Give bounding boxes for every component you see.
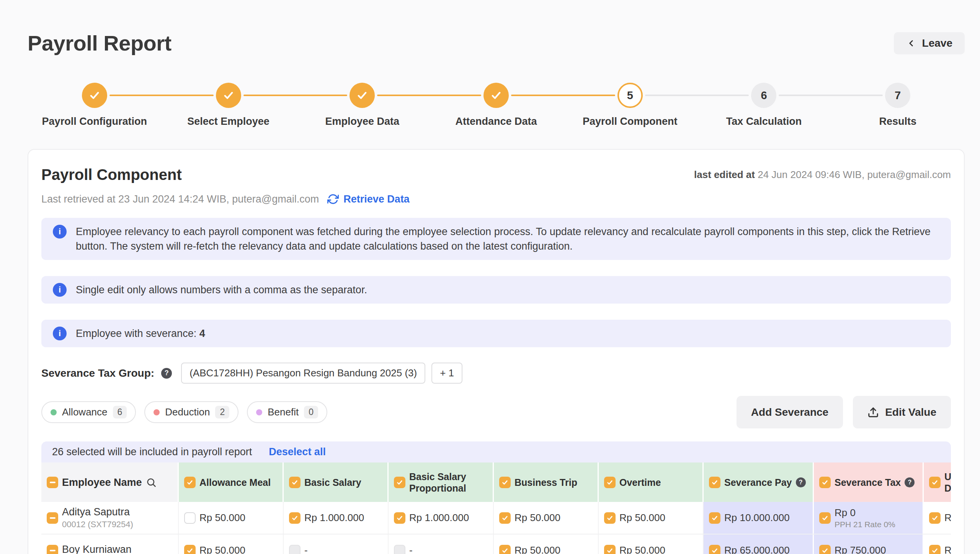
cell-checkbox[interactable] xyxy=(394,512,405,524)
column-checkbox-severance-pay[interactable] xyxy=(709,477,720,488)
column-checkbox-unpaid-deduction[interactable] xyxy=(929,477,941,488)
cell-overtime: Rp 50.000 xyxy=(599,534,704,554)
step-number: 6 xyxy=(761,89,767,102)
leave-button[interactable]: Leave xyxy=(894,32,965,54)
column-header-business-trip[interactable]: Business Trip xyxy=(494,462,599,502)
banner-text-segment: 4 xyxy=(199,328,205,339)
cell-checkbox[interactable] xyxy=(819,512,831,524)
info-icon: i xyxy=(53,327,67,340)
cell-value: - xyxy=(304,544,308,554)
cell-value-stack: Rp 50.000 xyxy=(199,544,245,554)
cell-checkbox[interactable] xyxy=(604,545,616,554)
cell-severance-pay: Rp 65.000.000 xyxy=(704,534,814,554)
column-header-basic-salary[interactable]: Basic Salary xyxy=(284,462,389,502)
step-connector xyxy=(645,95,749,96)
filter-pill-deduction[interactable]: Deduction2 xyxy=(144,401,238,423)
cell-value-stack: - xyxy=(409,544,413,554)
column-checkbox-allowance-meal[interactable] xyxy=(184,477,196,488)
column-label: Overtime xyxy=(619,477,661,488)
filter-pill-benefit[interactable]: Benefit0 xyxy=(247,401,327,423)
cell-value: Rp 1.000.000 xyxy=(409,512,469,524)
column-header-unpaid-deduction[interactable]: Unpaid Deduction xyxy=(924,462,951,502)
edit-value-label: Edit Value xyxy=(885,406,936,418)
column-header-severance-pay[interactable]: Severance Pay? xyxy=(704,462,814,502)
cell-checkbox[interactable] xyxy=(604,512,616,524)
step-payroll-component[interactable]: 5Payroll Component xyxy=(563,83,697,127)
cell-checkbox[interactable] xyxy=(929,512,941,524)
cell-severance-tax: Rp 750.000 xyxy=(814,534,924,554)
severance-group-chip[interactable]: + 1 xyxy=(431,363,462,384)
column-checkbox-basic-salary[interactable] xyxy=(289,477,301,488)
severance-group-chip[interactable]: (ABC1728HH) Pesangon Resign Bandung 2025… xyxy=(181,363,425,384)
check-icon xyxy=(490,89,503,102)
step-tax-calculation[interactable]: 6Tax Calculation xyxy=(697,83,831,127)
category-filter-pills: Allowance6Deduction2Benefit0 xyxy=(41,401,737,423)
step-results[interactable]: 7Results xyxy=(831,83,965,127)
row-checkbox[interactable] xyxy=(47,512,58,524)
column-header-employee-name[interactable]: Employee Name xyxy=(41,462,179,502)
edit-value-button[interactable]: Edit Value xyxy=(853,396,951,428)
check-icon xyxy=(88,89,101,102)
cell-checkbox[interactable] xyxy=(499,545,511,554)
column-checkbox-employee-name[interactable] xyxy=(47,477,58,488)
cell-overtime: Rp 50.000 xyxy=(599,502,704,534)
column-header-basic-salary-proportional[interactable]: Basic Salary Proportional xyxy=(389,462,494,502)
banner-text-segment: Employee relevancy to each payroll compo… xyxy=(76,226,931,252)
indeterminate-dash xyxy=(50,482,56,483)
step-connector xyxy=(243,95,348,96)
column-label: Allowance Meal xyxy=(199,477,271,488)
cell-value-stack: Rp xyxy=(944,512,951,524)
cell-checkbox[interactable] xyxy=(499,512,511,524)
column-checkbox-business-trip[interactable] xyxy=(499,477,511,488)
column-checkbox-basic-salary-proportional[interactable] xyxy=(394,477,405,488)
cell-checkbox[interactable] xyxy=(184,545,196,554)
cell-value: Rp 0 xyxy=(835,507,895,519)
cell-checkbox[interactable] xyxy=(929,545,941,554)
category-dot xyxy=(51,409,57,415)
table-row: Boy KurniawanRp 50.000--Rp 50.000Rp 50.0… xyxy=(41,534,951,554)
column-label: Basic Salary xyxy=(304,477,361,488)
row-checkbox[interactable] xyxy=(47,545,58,554)
filter-pill-allowance[interactable]: Allowance6 xyxy=(41,401,136,423)
cell-value-stack: Rp 65.000.000 xyxy=(724,544,790,554)
cell-checkbox[interactable] xyxy=(819,545,831,554)
filter-row: Allowance6Deduction2Benefit0 Add Severan… xyxy=(41,396,951,428)
filter-count-badge: 2 xyxy=(215,406,229,418)
cell-value: Rp 1.000.000 xyxy=(304,512,364,524)
step-connector xyxy=(779,95,883,96)
add-severance-button[interactable]: Add Severance xyxy=(737,396,843,428)
help-icon[interactable]: ? xyxy=(796,477,806,487)
step-employee-data[interactable]: Employee Data xyxy=(295,83,429,127)
retrieve-data-button[interactable]: Retrieve Data xyxy=(327,192,410,206)
cell-value: Rp 50.000 xyxy=(514,512,560,524)
refresh-icon xyxy=(327,193,339,205)
topbar: Payroll Report Leave xyxy=(28,0,965,54)
column-checkbox-severance-tax[interactable] xyxy=(819,477,831,488)
deselect-all-link[interactable]: Deselect all xyxy=(269,446,326,458)
cell-value-stack: Rp 50.000 xyxy=(619,544,665,554)
cell-value-stack: Rp 1.000.000 xyxy=(409,512,469,524)
step-payroll-configuration[interactable]: Payroll Configuration xyxy=(28,83,162,127)
column-header-allowance-meal[interactable]: Allowance Meal xyxy=(179,462,284,502)
step-select-employee[interactable]: Select Employee xyxy=(162,83,296,127)
cell-checkbox[interactable] xyxy=(184,512,196,524)
search-icon[interactable] xyxy=(146,477,157,488)
help-icon[interactable]: ? xyxy=(161,368,172,379)
step-connector xyxy=(109,95,214,96)
cell-basic-salary-proportional: Rp 1.000.000 xyxy=(389,502,494,534)
column-label: Severance Tax xyxy=(835,477,901,488)
cell-value: Rp xyxy=(944,544,951,554)
column-header-overtime[interactable]: Overtime xyxy=(599,462,704,502)
column-label: Unpaid Deduction xyxy=(944,471,951,494)
cell-checkbox[interactable] xyxy=(709,545,720,554)
column-header-severance-tax[interactable]: Severance Tax? xyxy=(814,462,924,502)
retrieved-row: Last retrieved at 23 Jun 2024 14:24 WIB,… xyxy=(41,192,951,206)
last-edited-label: last edited at xyxy=(694,169,755,180)
cell-value: Rp 50.000 xyxy=(199,544,245,554)
help-icon[interactable]: ? xyxy=(905,477,915,487)
cell-value: Rp 750.000 xyxy=(835,544,886,554)
column-checkbox-overtime[interactable] xyxy=(604,477,616,488)
cell-checkbox[interactable] xyxy=(709,512,720,524)
cell-checkbox[interactable] xyxy=(289,512,301,524)
step-attendance-data[interactable]: Attendance Data xyxy=(429,83,563,127)
